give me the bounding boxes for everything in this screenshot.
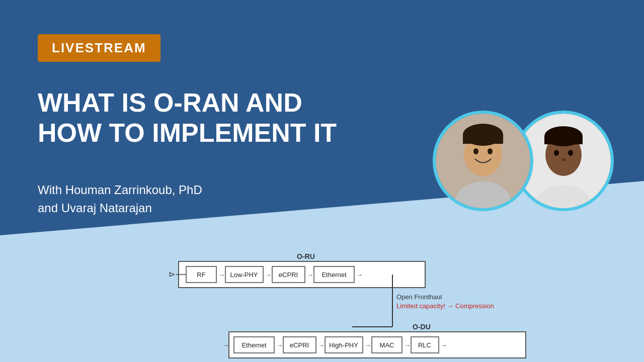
subtitle: With Houman Zarrinkoub, PhD and Uvaraj N… <box>38 181 202 217</box>
livestream-label: LIVESTREAM <box>52 40 146 55</box>
title-line2: HOW TO IMPLEMENT IT <box>38 118 337 148</box>
svg-rect-3 <box>463 135 503 144</box>
title-line1: WHAT IS O-RAN AND <box>38 88 337 118</box>
svg-rect-10 <box>544 136 583 144</box>
subtitle-line2: and Uvaraj Natarajan <box>38 199 202 217</box>
svg-point-13 <box>568 150 573 156</box>
main-container: LIVESTREAM WHAT IS O-RAN AND HOW TO IMPL… <box>0 0 644 362</box>
svg-point-6 <box>488 148 493 154</box>
main-title: WHAT IS O-RAN AND HOW TO IMPLEMENT IT <box>38 88 337 148</box>
speaker-1-illustration <box>436 114 530 208</box>
svg-point-14 <box>561 158 566 161</box>
svg-point-12 <box>554 150 559 156</box>
subtitle-line1: With Houman Zarrinkoub, PhD <box>38 181 202 199</box>
speaker-photos <box>433 111 614 211</box>
livestream-badge: LIVESTREAM <box>38 34 160 62</box>
speaker-1-photo <box>433 111 533 211</box>
svg-point-5 <box>473 148 478 154</box>
